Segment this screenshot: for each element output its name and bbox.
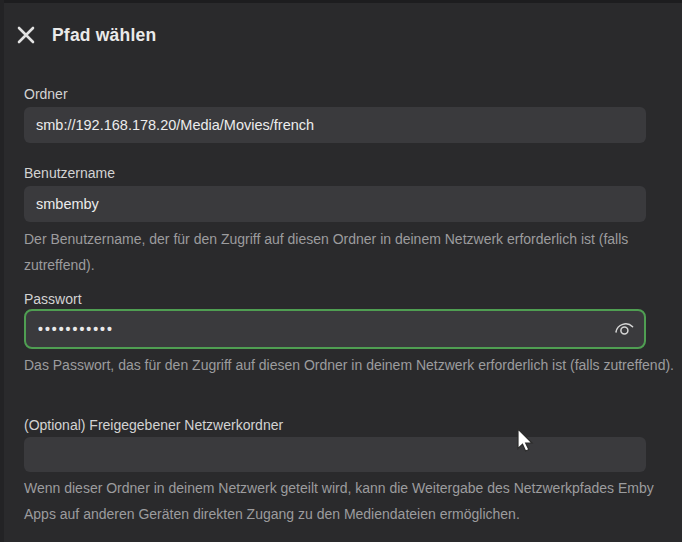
password-field-container xyxy=(24,309,646,349)
folder-label: Ordner xyxy=(24,86,68,102)
password-input[interactable] xyxy=(26,311,604,347)
folder-input[interactable] xyxy=(24,107,646,143)
toggle-password-visibility-button[interactable] xyxy=(604,311,644,347)
eye-icon xyxy=(612,316,636,343)
password-label: Passwort xyxy=(24,291,82,307)
network-share-help-text: Wenn dieser Ordner in deinem Netzwerk ge… xyxy=(24,475,674,527)
network-share-label: (Optional) Freigegebener Netzwerkordner xyxy=(24,417,283,433)
dialog-left-edge xyxy=(0,0,4,542)
password-help-text: Das Passwort, das für den Zugriff auf di… xyxy=(24,352,674,378)
dialog-top-edge xyxy=(0,0,682,3)
username-label: Benutzername xyxy=(24,165,115,181)
close-icon xyxy=(15,24,37,49)
close-button[interactable] xyxy=(13,23,39,49)
network-share-input[interactable] xyxy=(24,437,646,472)
username-help-text: Der Benutzername, der für den Zugriff au… xyxy=(24,226,674,278)
username-input[interactable] xyxy=(24,186,646,222)
dialog-title: Pfad wählen xyxy=(52,25,156,46)
